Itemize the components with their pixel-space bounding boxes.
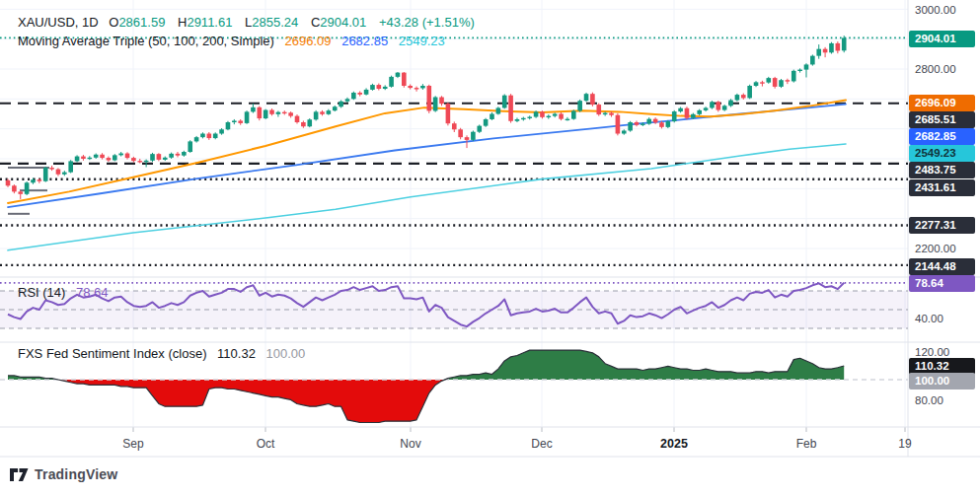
tradingview-chart-window: XAU/USD, 1D O2861.59 H2911.61 L2855.24 C… [0,0,980,496]
chart-plot-svg[interactable] [0,0,980,496]
